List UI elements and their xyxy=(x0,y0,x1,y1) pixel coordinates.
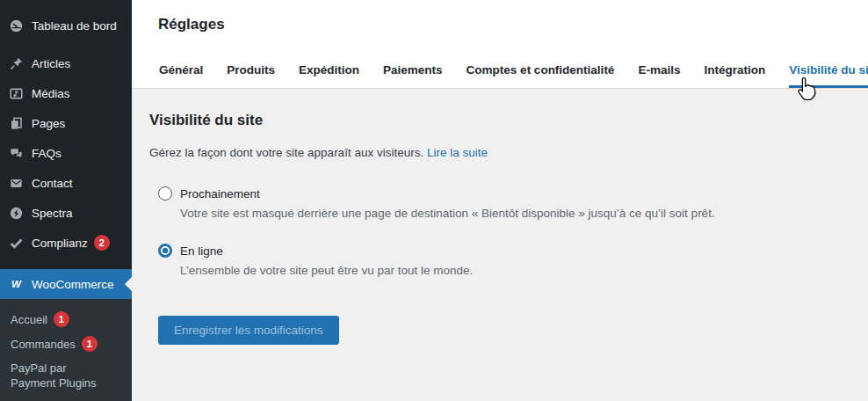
settings-header: Réglages Général Produits Expédition Pai… xyxy=(132,0,868,89)
radio-en-ligne[interactable] xyxy=(158,244,172,258)
radio-prochainement[interactable] xyxy=(158,186,172,200)
submenu-item-label: Accueil xyxy=(11,312,47,327)
option-description: Votre site est masqué derrière une page … xyxy=(180,207,795,220)
sidebar-item-label: Médias xyxy=(32,87,70,100)
active-menu-arrow xyxy=(118,277,132,291)
settings-content: Visibilité du site Gérez la façon dont v… xyxy=(132,89,868,401)
sidebar-item-label: Contact xyxy=(32,177,73,190)
svg-text:W: W xyxy=(11,279,22,289)
tab-comptes-confidentialite[interactable]: Comptes et confidentialité xyxy=(467,63,615,88)
admin-menu: Tableau de bord Articles Médias Pages xyxy=(0,0,132,401)
radio-row-en-ligne[interactable]: En ligne xyxy=(158,244,842,258)
dashboard-icon xyxy=(8,18,24,33)
visibility-options: Prochainement Votre site est masqué derr… xyxy=(158,186,842,277)
section-intro: Gérez la façon dont votre site apparaît … xyxy=(149,146,842,159)
pages-icon xyxy=(8,115,24,131)
sidebar-item-label: FAQs xyxy=(32,147,61,160)
option-prochainement: Prochainement Votre site est masqué derr… xyxy=(158,186,842,220)
chat-icon xyxy=(8,145,24,161)
notification-badge: 1 xyxy=(82,336,98,352)
save-button[interactable]: Enregistrer les modifications xyxy=(158,316,339,345)
sidebar-item-articles[interactable]: Articles xyxy=(0,48,132,78)
check-icon xyxy=(8,235,24,251)
option-label: Prochainement xyxy=(180,187,260,200)
read-more-link[interactable]: Lire la suite xyxy=(427,146,488,159)
sidebar-item-label: Pages xyxy=(32,117,65,130)
woocommerce-submenu: Accueil 1 Commandes 1 PayPal par Payment… xyxy=(0,299,132,401)
envelope-icon xyxy=(8,175,24,191)
option-description: L’ensemble de votre site peut être vu pa… xyxy=(180,264,795,277)
spectra-icon xyxy=(8,205,24,221)
sidebar-item-pages[interactable]: Pages xyxy=(0,108,132,138)
media-icon xyxy=(8,85,24,101)
sidebar-item-label: WooCommerce xyxy=(32,278,114,291)
submenu-item-paypal[interactable]: PayPal par Payment Plugins xyxy=(0,356,132,395)
sidebar-item-complianz[interactable]: Complianz 2 xyxy=(0,228,132,258)
menu-separator xyxy=(0,258,132,269)
sidebar-item-medias[interactable]: Médias xyxy=(0,78,132,108)
tab-emails[interactable]: E-mails xyxy=(638,63,680,88)
tab-produits[interactable]: Produits xyxy=(227,63,275,88)
menu-separator xyxy=(0,40,132,48)
sidebar-item-contact[interactable]: Contact xyxy=(0,168,132,198)
sidebar-item-tableau-de-bord[interactable]: Tableau de bord xyxy=(0,11,132,40)
intro-text: Gérez la façon dont votre site apparaît … xyxy=(149,146,423,159)
admin-sidebar: Tableau de bord Articles Médias Pages xyxy=(0,0,132,401)
submenu-item-accueil[interactable]: Accueil 1 xyxy=(0,307,132,332)
sidebar-item-spectra[interactable]: Spectra xyxy=(0,198,132,228)
settings-tabs: Général Produits Expédition Paiements Co… xyxy=(159,63,868,88)
sidebar-item-woocommerce[interactable]: W WooCommerce xyxy=(0,269,132,299)
page-title: Réglages xyxy=(158,16,225,33)
sidebar-item-label: Tableau de bord xyxy=(32,19,117,33)
submenu-item-label: PayPal par Payment Plugins xyxy=(11,361,109,390)
tab-general[interactable]: Général xyxy=(159,63,203,88)
woocommerce-icon: W xyxy=(8,276,24,292)
notification-badge: 1 xyxy=(54,311,69,327)
sidebar-item-label: Articles xyxy=(32,57,70,70)
sidebar-item-label: Complianz xyxy=(32,237,88,250)
submenu-item-label: Commandes xyxy=(11,337,76,352)
sidebar-item-faqs[interactable]: FAQs xyxy=(0,138,132,168)
tab-visibilite-du-site[interactable]: Visibilité du site xyxy=(789,63,868,88)
sidebar-item-label: Spectra xyxy=(32,207,73,220)
tab-integration[interactable]: Intégration xyxy=(704,63,765,88)
option-label: En ligne xyxy=(180,244,223,258)
option-en-ligne: En ligne L’ensemble de votre site peut ê… xyxy=(158,244,842,277)
radio-row-prochainement[interactable]: Prochainement xyxy=(158,186,842,200)
tab-expedition[interactable]: Expédition xyxy=(299,63,359,88)
tab-paiements[interactable]: Paiements xyxy=(383,63,443,88)
notification-badge: 2 xyxy=(94,235,110,251)
pin-icon xyxy=(8,55,24,71)
submenu-item-commandes[interactable]: Commandes 1 xyxy=(0,332,132,356)
section-heading: Visibilité du site xyxy=(149,112,842,129)
